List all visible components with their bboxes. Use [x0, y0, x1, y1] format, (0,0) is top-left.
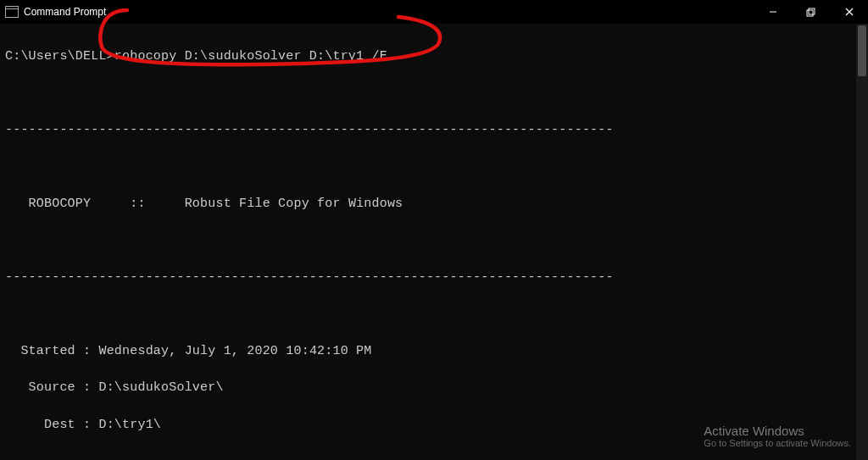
prompt-line: C:\Users\DELL>robocopy D:\sudukoSolver D… [5, 47, 868, 66]
started-label: Started : [20, 344, 91, 358]
terminal-output[interactable]: C:\Users\DELL>robocopy D:\sudukoSolver D… [0, 24, 868, 460]
blank-line [5, 84, 868, 103]
banner-desc: Robust File Copy for Windows [185, 197, 403, 211]
divider: ----------------------------------------… [5, 121, 868, 140]
svg-rect-2 [809, 8, 815, 14]
maximize-button[interactable] [792, 0, 830, 24]
info-source: Source : D:\sudukoSolver\ [5, 379, 868, 397]
cmd-icon [5, 6, 19, 18]
window-title: Command Prompt [24, 6, 106, 18]
scrollbar-thumb[interactable] [858, 25, 866, 76]
blank-line [5, 452, 868, 460]
banner-label: ROBOCOPY [29, 197, 92, 211]
dest-value: D:\try1\ [98, 418, 161, 432]
dest-label: Dest : [44, 418, 91, 432]
started-value: Wednesday, July 1, 2020 10:42:10 PM [98, 344, 371, 358]
divider: ----------------------------------------… [5, 269, 868, 287]
close-button[interactable] [830, 0, 868, 24]
activate-windows-watermark: Activate Windows Go to Settings to activ… [704, 424, 851, 448]
blank-line [5, 305, 868, 324]
minimize-button[interactable] [754, 0, 792, 24]
blank-line [5, 231, 868, 250]
source-label: Source : [29, 380, 92, 395]
window-controls [754, 0, 868, 24]
prompt-path: C:\Users\DELL> [5, 49, 114, 64]
info-started: Started : Wednesday, July 1, 2020 10:42:… [5, 342, 868, 361]
vertical-scrollbar[interactable] [856, 24, 868, 460]
banner-sep: :: [130, 197, 145, 211]
source-value: D:\sudukoSolver\ [98, 380, 223, 395]
svg-rect-1 [807, 10, 813, 16]
watermark-sub: Go to Settings to activate Windows. [704, 438, 851, 448]
robocopy-banner: ROBOCOPY :: Robust File Copy for Windows [5, 195, 868, 213]
watermark-title: Activate Windows [704, 424, 851, 438]
window-titlebar: Command Prompt [0, 0, 868, 24]
prompt-command: robocopy D:\sudukoSolver D:\try1 /E [114, 49, 387, 64]
blank-line [5, 158, 868, 176]
